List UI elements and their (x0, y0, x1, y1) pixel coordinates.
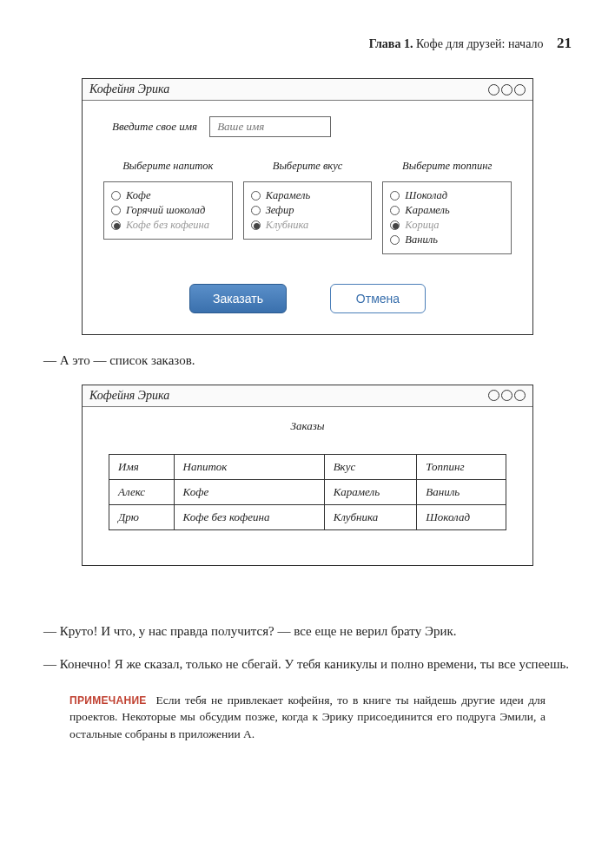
radio-option[interactable]: Кофе без кофеина (111, 219, 225, 232)
window-title: Кофейня Эрика (89, 82, 169, 96)
table-cell: Кофе без кофеина (174, 504, 324, 529)
radio-label: Карамель (405, 204, 449, 217)
table-cell: Дрю (109, 504, 175, 529)
window-control-icon[interactable] (501, 84, 512, 95)
radio-label: Шоколад (405, 189, 447, 202)
radio-label: Горячий шоколад (126, 204, 205, 217)
table-cell: Ваниль (417, 479, 506, 504)
table-row: Алекс Кофе Карамель Ваниль (109, 479, 506, 504)
radio-label: Карамель (266, 189, 310, 202)
table-cell: Шоколад (417, 504, 506, 529)
radio-icon (111, 191, 121, 201)
name-label: Введите свое имя (112, 120, 197, 134)
window-title: Кофейня Эрика (89, 389, 169, 403)
window-control-icon[interactable] (514, 84, 526, 95)
radio-option[interactable]: Зефир (251, 204, 365, 217)
radio-option[interactable]: Горячий шоколад (111, 204, 225, 217)
radio-icon (251, 191, 261, 201)
radio-icon (251, 220, 261, 230)
radio-icon (251, 206, 261, 215)
orders-list-mockup: Кофейня Эрика Заказы Имя Напиток Вкус То… (82, 385, 533, 566)
radio-icon (390, 220, 400, 230)
radio-option[interactable]: Ваниль (390, 233, 504, 247)
table-header: Напиток (174, 454, 324, 479)
radio-label: Корица (405, 219, 439, 232)
table-cell: Алекс (109, 479, 175, 504)
page-number: 21 (557, 35, 572, 51)
body-paragraph: — Конечно! Я же сказал, только не сбегай… (43, 654, 572, 674)
table-row: Дрю Кофе без кофеина Клубника Шоколад (109, 504, 506, 529)
body-paragraph: — А это — список заказов. (43, 351, 572, 371)
radio-option[interactable]: Шоколад (390, 189, 504, 202)
toppings-group: Шоколад Карамель Корица Ваниль (382, 181, 512, 254)
radio-icon (111, 206, 121, 215)
table-header: Имя (109, 454, 175, 479)
radio-option[interactable]: Клубника (251, 219, 365, 232)
radio-icon (390, 235, 400, 245)
column-label-flavors: Выберите вкус (243, 160, 373, 173)
orders-heading: Заказы (109, 419, 506, 433)
page-header: Глава 1. Кофе для друзей: начало 21 (43, 35, 572, 52)
flavors-group: Карамель Зефир Клубника (243, 181, 373, 240)
body-paragraph: — Круто! И что, у нас правда получится? … (43, 621, 572, 641)
column-label-toppings: Выберите топпинг (382, 160, 512, 173)
note-label: ПРИМЕЧАНИЕ (69, 694, 147, 707)
window-control-icon[interactable] (514, 390, 526, 401)
chapter-label: Глава 1. (369, 37, 413, 50)
table-cell: Карамель (324, 479, 417, 504)
order-button[interactable]: Заказать (189, 284, 287, 313)
drinks-group: Кофе Горячий шоколад Кофе без кофеина (103, 181, 233, 240)
radio-label: Зефир (266, 204, 294, 217)
radio-option[interactable]: Кофе (111, 189, 225, 202)
table-cell: Кофе (174, 479, 324, 504)
chapter-title: Кофе для друзей: начало (413, 37, 543, 50)
window-controls (488, 390, 526, 401)
radio-label: Клубника (266, 219, 309, 232)
radio-icon (390, 206, 400, 215)
order-form-mockup: Кофейня Эрика Введите свое имя Выберите … (82, 78, 533, 335)
window-controls (488, 84, 526, 95)
radio-option[interactable]: Карамель (390, 204, 504, 217)
table-cell: Клубника (324, 504, 417, 529)
radio-option[interactable]: Карамель (251, 189, 365, 202)
column-label-drinks: Выберите напиток (103, 160, 233, 173)
table-header-row: Имя Напиток Вкус Топпинг (109, 454, 506, 479)
radio-label: Кофе (126, 189, 151, 202)
cancel-button[interactable]: Отмена (330, 284, 426, 313)
note-block: ПРИМЕЧАНИЕ Если тебя не привлекает кофей… (69, 692, 546, 743)
radio-label: Ваниль (405, 233, 437, 247)
table-header: Топпинг (417, 454, 506, 479)
window-control-icon[interactable] (488, 84, 499, 95)
radio-label: Кофе без кофеина (126, 219, 209, 232)
window-titlebar: Кофейня Эрика (83, 79, 532, 101)
radio-option[interactable]: Корица (390, 219, 504, 232)
name-input[interactable] (209, 116, 331, 137)
radio-icon (111, 220, 121, 230)
window-control-icon[interactable] (501, 390, 512, 401)
window-control-icon[interactable] (488, 390, 499, 401)
orders-table: Имя Напиток Вкус Топпинг Алекс Кофе Кара… (109, 454, 506, 530)
window-titlebar: Кофейня Эрика (83, 385, 532, 407)
radio-icon (390, 191, 400, 201)
table-header: Вкус (324, 454, 417, 479)
